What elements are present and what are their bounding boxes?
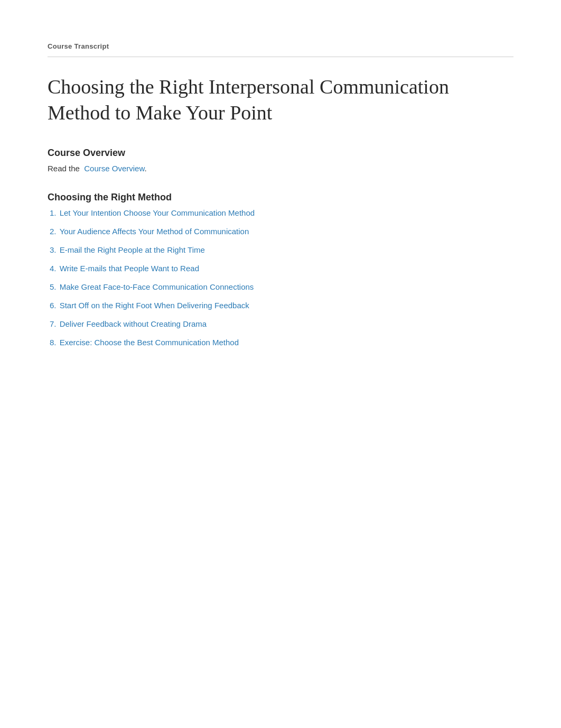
chapter-number-1: 1. bbox=[50, 208, 59, 217]
list-item: 8. Exercise: Choose the Best Communicati… bbox=[48, 338, 513, 347]
chapter-title-3: E-mail the Right People at the Right Tim… bbox=[60, 245, 205, 254]
list-item: 1. Let Your Intention Choose Your Commun… bbox=[48, 208, 513, 217]
chapter-number-4: 4. bbox=[50, 264, 59, 273]
chapter-link-1[interactable]: 1. Let Your Intention Choose Your Commun… bbox=[50, 208, 255, 217]
chapter-number-5: 5. bbox=[50, 282, 59, 291]
course-transcript-label: Course Transcript bbox=[48, 42, 513, 57]
chapter-link-2[interactable]: 2. Your Audience Affects Your Method of … bbox=[50, 227, 249, 236]
chapter-title-4: Write E-mails that People Want to Read bbox=[60, 264, 199, 273]
read-the-text: Read the bbox=[48, 164, 80, 173]
overview-period: . bbox=[144, 164, 146, 173]
chapter-title-1: Let Your Intention Choose Your Communica… bbox=[60, 208, 255, 217]
chapter-title-5: Make Great Face-to-Face Communication Co… bbox=[60, 282, 254, 291]
chapter-number-7: 7. bbox=[50, 319, 59, 328]
chapter-title-2: Your Audience Affects Your Method of Com… bbox=[60, 227, 249, 236]
chapter-link-7[interactable]: 7. Deliver Feedback without Creating Dra… bbox=[50, 319, 207, 328]
list-item: 6. Start Off on the Right Foot When Deli… bbox=[48, 301, 513, 310]
course-title: Choosing the Right Interpersonal Communi… bbox=[48, 74, 513, 126]
chapter-link-8[interactable]: 8. Exercise: Choose the Best Communicati… bbox=[50, 338, 239, 347]
course-overview-link[interactable]: Course Overview bbox=[84, 164, 144, 173]
list-item: 7. Deliver Feedback without Creating Dra… bbox=[48, 319, 513, 328]
chapter-list: 1. Let Your Intention Choose Your Commun… bbox=[48, 208, 513, 347]
chapter-link-3[interactable]: 3. E-mail the Right People at the Right … bbox=[50, 245, 205, 254]
chapter-number-6: 6. bbox=[50, 301, 59, 310]
list-item: 5. Make Great Face-to-Face Communication… bbox=[48, 282, 513, 291]
chapter-title-6: Start Off on the Right Foot When Deliver… bbox=[60, 301, 249, 310]
chapter-link-4[interactable]: 4. Write E-mails that People Want to Rea… bbox=[50, 264, 199, 273]
list-item: 2. Your Audience Affects Your Method of … bbox=[48, 227, 513, 236]
overview-section: Course Overview Read the Course Overview… bbox=[48, 148, 513, 173]
overview-paragraph: Read the Course Overview. bbox=[48, 164, 513, 173]
chapter-link-5[interactable]: 5. Make Great Face-to-Face Communication… bbox=[50, 282, 254, 291]
chapter-number-2: 2. bbox=[50, 227, 59, 236]
chapter-title-7: Deliver Feedback without Creating Drama bbox=[60, 319, 207, 328]
chapter-number-8: 8. bbox=[50, 338, 59, 347]
chapter-link-6[interactable]: 6. Start Off on the Right Foot When Deli… bbox=[50, 301, 249, 310]
chapter-number-3: 3. bbox=[50, 245, 59, 254]
chapter-title-8: Exercise: Choose the Best Communication … bbox=[60, 338, 239, 347]
list-item: 3. E-mail the Right People at the Right … bbox=[48, 245, 513, 254]
overview-heading: Course Overview bbox=[48, 148, 513, 159]
right-method-heading: Choosing the Right Method bbox=[48, 192, 513, 203]
list-item: 4. Write E-mails that People Want to Rea… bbox=[48, 264, 513, 273]
right-method-section: Choosing the Right Method 1. Let Your In… bbox=[48, 192, 513, 347]
